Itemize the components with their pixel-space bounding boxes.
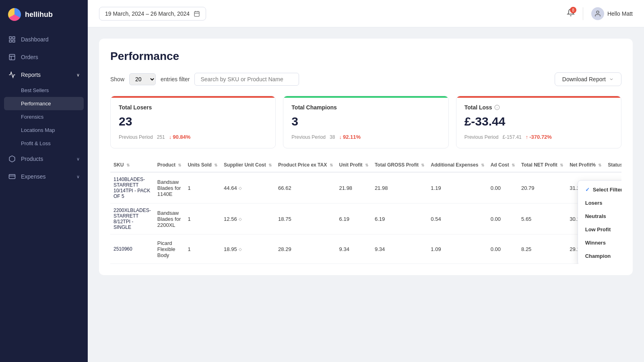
col-product[interactable]: Product ⇅ xyxy=(154,158,185,172)
champions-card-label: Total Champions xyxy=(291,104,440,111)
filter-option-label: Low Profit xyxy=(585,226,611,232)
topbar-right: 8 Hello Matt xyxy=(567,7,633,20)
loss-prev-label: Previous Period xyxy=(464,134,499,140)
sidebar-item-dashboard[interactable]: Dashboard xyxy=(0,31,88,48)
page-title: Performance xyxy=(110,50,621,63)
cell-additional-expenses: 1.19 xyxy=(427,172,487,204)
best-sellers-label: Best Sellers xyxy=(21,87,49,93)
champions-prev-label: Previous Period xyxy=(291,134,326,140)
reports-chevron-icon: ∨ xyxy=(76,72,80,78)
cell-total-net-profit: 8.25 xyxy=(518,234,566,264)
user-info: Hello Matt xyxy=(583,7,633,20)
loss-card-footer: Previous Period £-157.41 -370.72% xyxy=(464,134,613,140)
sidebar-item-label: Reports xyxy=(21,72,41,78)
loss-change: -370.72% xyxy=(526,134,552,140)
date-range-text: 19 March, 2024 – 26 March, 2024 xyxy=(105,10,190,17)
svg-rect-9 xyxy=(194,11,199,16)
cell-ad-cost: 0.00 xyxy=(487,204,518,234)
sidebar-item-forensics[interactable]: Forensics xyxy=(0,110,88,123)
losers-prev-label: Previous Period xyxy=(119,134,153,140)
sidebar-item-profit-loss[interactable]: Profit & Loss xyxy=(0,137,88,150)
logo-text: hellihub xyxy=(25,10,53,19)
sidebar-item-best-sellers[interactable]: Best Sellers xyxy=(0,84,88,97)
col-total-gross-profit[interactable]: Total GROSS Profit ⇅ xyxy=(372,158,427,172)
svg-point-13 xyxy=(597,11,599,13)
svg-rect-3 xyxy=(13,40,15,42)
user-greeting: Hello Matt xyxy=(607,10,633,17)
search-input[interactable] xyxy=(194,73,299,86)
col-ad-cost[interactable]: Ad Cost ⇅ xyxy=(487,158,518,172)
cell-supplier-unit-cost: 12.56 ◇ xyxy=(221,204,275,234)
cell-unit-profit: 9.34 xyxy=(336,234,372,264)
filter-option-select-filter[interactable]: Select Filter xyxy=(578,183,621,196)
cell-product: Bandsaw Blades for 2200XL xyxy=(154,204,185,234)
diamond-icon: ◇ xyxy=(239,217,242,221)
topbar: 19 March, 2024 – 26 March, 2024 8 Hello … xyxy=(88,0,644,27)
cell-units-sold: 1 xyxy=(184,204,221,234)
dashboard-icon xyxy=(8,35,16,43)
col-product-price[interactable]: Product Price ex TAX ⇅ xyxy=(275,158,336,172)
table-row: 2510960 Picard Flexible Body 1 18.95 ◇ 2… xyxy=(110,234,621,264)
loss-prev-value: £-157.41 xyxy=(502,134,521,140)
losers-card-value: 23 xyxy=(119,115,267,128)
filter-option-label: Neutrals xyxy=(585,213,606,219)
cell-product: Picard Flexible Body xyxy=(154,234,185,264)
svg-rect-7 xyxy=(9,175,15,179)
cell-total-gross-profit: 9.34 xyxy=(372,234,427,264)
toolbar: Show 20 50 100 entries filter Download R… xyxy=(110,72,621,86)
col-net-profit-pct[interactable]: Net Profit% ⇅ xyxy=(566,158,605,172)
notification-button[interactable]: 8 xyxy=(567,8,575,19)
reports-submenu: Best Sellers Performance Forensics Locat… xyxy=(0,84,88,150)
entries-select[interactable]: 20 50 100 xyxy=(129,73,156,85)
cell-supplier-unit-cost: 44.64 ◇ xyxy=(221,172,275,204)
svg-rect-0 xyxy=(9,37,11,39)
profit-loss-label: Profit & Loss xyxy=(21,140,51,146)
main-area: 19 March, 2024 – 26 March, 2024 8 Hello … xyxy=(88,0,644,362)
losers-arrow-icon xyxy=(169,134,172,140)
col-sku[interactable]: SKU ⇅ xyxy=(110,158,154,172)
sidebar-item-label: Dashboard xyxy=(21,36,49,43)
sidebar-item-orders[interactable]: Orders xyxy=(0,48,88,66)
performance-table: SKU ⇅ Product ⇅ Units Sold ⇅ Supplier Un… xyxy=(110,158,621,264)
filter-option-champion[interactable]: Champion xyxy=(578,249,621,263)
cell-total-gross-profit: 21.98 xyxy=(372,172,427,204)
sidebar-item-products[interactable]: Products ∨ xyxy=(0,150,88,168)
sidebar-item-expenses[interactable]: Expenses ∨ xyxy=(0,168,88,185)
col-total-net-profit[interactable]: Total NET Profit ⇅ xyxy=(518,158,566,172)
losers-change: 90.84% xyxy=(169,134,191,140)
cell-total-net-profit: 5.65 xyxy=(518,204,566,234)
filter-option-winners[interactable]: Winners xyxy=(578,236,621,249)
download-report-button[interactable]: Download Report xyxy=(555,72,621,86)
performance-card: Performance Show 20 50 100 entries filte… xyxy=(99,39,633,275)
cell-additional-expenses: 1.09 xyxy=(427,234,487,264)
filter-option-neutrals[interactable]: Neutrals xyxy=(578,210,621,223)
col-units-sold[interactable]: Units Sold ⇅ xyxy=(184,158,221,172)
summary-cards: Total Losers 23 Previous Period 251 90.8… xyxy=(110,96,621,148)
sidebar-item-label: Products xyxy=(21,156,43,162)
cell-units-sold: 1 xyxy=(184,234,221,264)
col-additional-expenses[interactable]: Additional Expenses ⇅ xyxy=(427,158,487,172)
svg-rect-4 xyxy=(9,54,15,60)
download-report-label: Download Report xyxy=(562,76,606,82)
cell-product-price: 18.75 xyxy=(275,204,336,234)
filter-option-low-profit[interactable]: Low Profit xyxy=(578,223,621,236)
losers-prev-value: 251 xyxy=(157,134,165,140)
cell-sku: 2510960 xyxy=(110,234,154,264)
sidebar-item-reports[interactable]: Reports ∨ xyxy=(0,66,88,84)
svg-rect-2 xyxy=(9,40,11,42)
col-unit-profit[interactable]: Unit Profit ⇅ xyxy=(336,158,372,172)
col-supplier-unit-cost[interactable]: Supplier Unit Cost ⇅ xyxy=(221,158,275,172)
date-range-picker[interactable]: 19 March, 2024 – 26 March, 2024 xyxy=(99,7,206,21)
cell-sku: 2200XLBLADES-STARRETT 8/12TPI - SINGLE xyxy=(110,204,154,234)
diamond-icon: ◇ xyxy=(239,247,242,251)
champions-card: Total Champions 3 Previous Period 38 92.… xyxy=(283,96,448,148)
filter-option-losers[interactable]: Losers xyxy=(578,196,621,210)
sidebar-item-label: Orders xyxy=(21,54,38,60)
sidebar-item-performance[interactable]: Performance xyxy=(4,97,84,110)
cell-unit-profit: 6.19 xyxy=(336,204,372,234)
logo[interactable]: hellihub xyxy=(0,0,88,31)
col-status: Status Select Filter Losers xyxy=(605,158,621,172)
champions-card-value: 3 xyxy=(291,115,440,128)
champions-change: 92.11% xyxy=(339,134,361,140)
sidebar-item-locations-map[interactable]: Locations Map xyxy=(0,123,88,137)
